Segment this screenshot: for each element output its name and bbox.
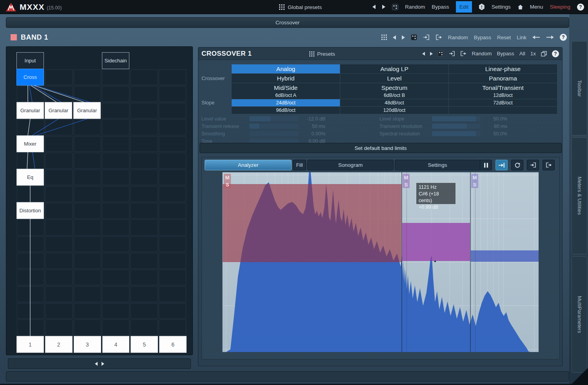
param-slider[interactable] [249, 131, 299, 136]
menu-button[interactable]: Menu [530, 4, 543, 10]
output-slot[interactable]: 3 [74, 336, 101, 353]
export-icon[interactable] [543, 160, 555, 170]
node-granular-3[interactable]: Granular [73, 102, 101, 119]
band-level-node[interactable] [434, 261, 436, 262]
tab-toolbar[interactable]: Toolbar [572, 41, 587, 135]
output-slot[interactable]: 5 [131, 336, 158, 353]
dice-icon[interactable] [411, 34, 417, 40]
grid-icon[interactable] [381, 35, 387, 40]
global-presets-button[interactable]: Global presets [279, 0, 322, 14]
param-slider[interactable] [249, 124, 299, 129]
option-cell[interactable]: Spectrum [340, 83, 448, 92]
melda-logo-icon[interactable] [5, 2, 16, 12]
xo-help-icon[interactable]: ? [552, 50, 559, 57]
option-cell[interactable] [449, 107, 557, 114]
export-icon[interactable] [436, 34, 442, 40]
xo-all-button[interactable]: All [519, 51, 525, 57]
band2-mute-button[interactable]: M [403, 174, 410, 181]
normalize-button[interactable] [495, 160, 508, 170]
option-cell[interactable]: Analog LP [340, 64, 448, 73]
output-slot[interactable]: 1 [16, 336, 44, 353]
random-button[interactable]: Random [405, 4, 425, 10]
band3-level-overlay[interactable] [471, 250, 539, 262]
param-slider[interactable] [432, 116, 481, 121]
set-default-band-limits-button[interactable]: Set default band limits [200, 143, 562, 153]
analyzer-tab-analyzer[interactable]: Analyzer [205, 160, 292, 170]
reset-analysis-button[interactable] [511, 160, 523, 170]
param-slider[interactable] [432, 124, 481, 129]
node-granular-2[interactable]: Granular [45, 102, 72, 119]
prev-icon[interactable] [393, 35, 396, 40]
tab-multiparameters[interactable]: MultiParameters [572, 256, 587, 373]
analyzer-tab-settings[interactable]: Settings [395, 160, 480, 170]
option-cell[interactable]: Mid/Side [232, 83, 340, 92]
param-row[interactable]: Smoothing0.00% [201, 130, 325, 137]
option-cell[interactable]: 48dB/oct [340, 99, 448, 106]
dice-icon[interactable] [392, 4, 398, 10]
import-icon[interactable] [449, 51, 455, 57]
param-row[interactable]: Spectral resolution50.0% [379, 130, 507, 137]
output-slot[interactable]: 2 [45, 336, 73, 353]
arrow-right-icon[interactable] [546, 35, 554, 40]
node-distortion[interactable]: Distortion [16, 202, 44, 219]
xo-bypass-button[interactable]: Bypass [497, 51, 514, 57]
node-input[interactable]: Input [16, 52, 44, 69]
band-link-button[interactable]: Link [517, 35, 526, 40]
export-icon[interactable] [460, 51, 466, 57]
option-cell[interactable]: Level [340, 74, 448, 83]
import-icon[interactable] [423, 34, 430, 40]
help-icon[interactable]: ? [577, 4, 584, 11]
analyzer-tab-fill[interactable]: Fill [293, 160, 306, 170]
presets-button[interactable]: Presets [309, 47, 335, 60]
next-icon[interactable] [430, 52, 433, 56]
param-slider[interactable] [432, 131, 481, 136]
prev-preset-icon[interactable] [372, 5, 376, 9]
band-bypass-button[interactable]: Bypass [474, 35, 491, 40]
band3-solo-button[interactable]: S [471, 181, 478, 188]
arrow-left-icon[interactable] [532, 35, 540, 40]
option-cell[interactable]: Hybrid [232, 74, 340, 83]
analyzer-tab-sonogram[interactable]: Sonogram [307, 160, 394, 170]
resize-grip[interactable] [571, 368, 588, 385]
band-color-swatch[interactable] [11, 34, 17, 40]
option-cell[interactable]: Panorama [449, 74, 557, 83]
node-eq[interactable]: Eq [16, 169, 44, 186]
crossover-section-tab[interactable]: Crossover [6, 17, 569, 28]
band1-level-overlay[interactable] [223, 184, 401, 262]
band-pager[interactable] [8, 358, 191, 369]
param-row[interactable]: Transient release50 ms [201, 122, 325, 130]
edit-button[interactable]: Edit [456, 1, 472, 13]
tab-meters-utilities[interactable]: Meters & Utilities [572, 137, 587, 254]
xo-random-button[interactable]: Random [472, 51, 492, 57]
param-row[interactable]: Transient resolution80 ms [379, 122, 507, 130]
band-random-button[interactable]: Random [448, 35, 468, 40]
node-sidechain[interactable]: Sidechain [102, 52, 129, 69]
option-cell[interactable]: 12dB/oct [449, 92, 557, 99]
import-icon[interactable] [527, 160, 539, 170]
option-cell[interactable]: 96dB/oct [232, 107, 340, 114]
next-icon[interactable] [402, 35, 405, 40]
spectrum-plot[interactable]: M S M S M S 1121 Hz C#6 (+18 cents) +0.9… [222, 172, 539, 352]
band-reset-button[interactable]: Reset [497, 35, 511, 40]
band-help-icon[interactable]: ? [560, 34, 567, 41]
band3-mute-button[interactable]: M [471, 174, 478, 181]
detach-icon[interactable] [541, 51, 547, 57]
param-slider[interactable] [249, 116, 299, 121]
xo-1x-button[interactable]: 1x [530, 51, 536, 57]
option-cell[interactable]: 6dB/oct B [340, 92, 448, 99]
band1-solo-button[interactable]: S [224, 181, 231, 188]
option-cell[interactable]: Tonal/Transient [449, 83, 557, 92]
node-cross[interactable]: Cross [16, 69, 44, 86]
band2-solo-button[interactable]: S [403, 181, 410, 188]
param-row[interactable]: Level value-12.0 dB [201, 115, 325, 122]
param-row[interactable]: Level slope50.0% [379, 115, 507, 122]
prev-icon[interactable] [422, 52, 425, 56]
pause-button[interactable] [480, 160, 492, 170]
crossover-divider-2[interactable] [470, 172, 471, 352]
node-granular-1[interactable]: Granular [16, 102, 44, 119]
node-mixer[interactable]: Mixer [16, 135, 44, 152]
next-preset-icon[interactable] [382, 5, 385, 9]
output-slot[interactable]: 6 [159, 336, 187, 353]
output-slot[interactable]: 4 [102, 336, 130, 353]
option-cell[interactable]: 24dB/oct [232, 99, 340, 106]
